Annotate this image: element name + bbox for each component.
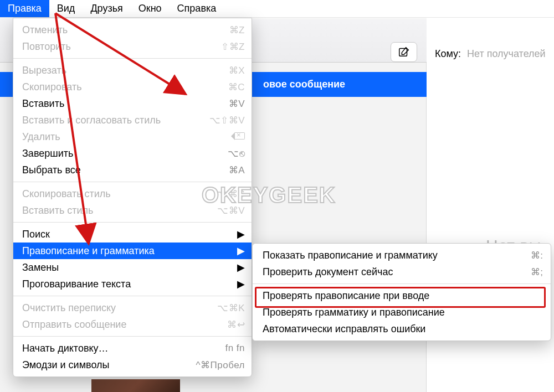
menu-item-label: Завершить xyxy=(22,148,222,159)
menu-shortcut: ⌘Z xyxy=(229,24,245,36)
menubar-item-edit[interactable]: Правка xyxy=(0,0,49,17)
compose-button[interactable] xyxy=(391,42,417,62)
menu-separator xyxy=(13,222,252,223)
recipients-field[interactable]: Кому: Нет получателей xyxy=(435,48,546,60)
compose-icon xyxy=(398,46,410,58)
menu-shortcut: ⌥⌘C xyxy=(217,188,245,200)
menu-item-label: Скопировать xyxy=(22,81,223,93)
submenu-item-label: Автоматически исправлять ошибки xyxy=(263,323,543,335)
menubar-item-view[interactable]: Вид xyxy=(49,0,83,17)
menu-shortcut: ⌘V xyxy=(229,98,245,110)
menu-separator xyxy=(13,336,252,337)
menu-shortcut: ^⌘Пробел xyxy=(196,359,245,371)
menu-separator xyxy=(13,296,252,296)
menu-separator xyxy=(13,182,252,182)
submenu-item[interactable]: Автоматически исправлять ошибки xyxy=(253,321,551,337)
menu-item-label: Выбрать все xyxy=(22,164,223,176)
menu-shortcut: ⌘↩ xyxy=(227,319,245,331)
menu-item-label: Повторить xyxy=(22,41,216,53)
menu-item-label: Вырезать xyxy=(22,65,223,76)
menu-item-label: Проговаривание текста xyxy=(22,278,232,290)
menu-shortcut: ⌥⇧⌘V xyxy=(209,115,245,126)
thumbnail-fragment xyxy=(91,379,180,392)
submenu-item[interactable]: Проверять грамматику и правописание xyxy=(253,304,551,321)
submenu-item[interactable]: Проверять правописание при вводе xyxy=(253,287,551,304)
menubar: Правка Вид Друзья Окно Справка xyxy=(0,0,554,18)
menu-item: Удалить xyxy=(13,128,252,145)
menu-item-label: Правописание и грамматика xyxy=(22,245,232,257)
edit-menu-dropdown: Отменить⌘ZПовторить⇧⌘ZВырезать⌘XСкопиров… xyxy=(13,18,252,377)
menu-shortcut: ⌥⌘V xyxy=(217,205,245,216)
menu-item: Вставить и согласовать стиль⌥⇧⌘V xyxy=(13,112,252,128)
menu-item-label: Удалить xyxy=(22,131,229,143)
submenu-item-label: Проверять правописание при вводе xyxy=(263,290,543,302)
menu-item: Вырезать⌘X xyxy=(13,62,252,79)
spelling-submenu: Показать правописание и грамматику⌘:Пров… xyxy=(252,243,551,341)
menu-item[interactable]: Вставить⌘V xyxy=(13,95,252,112)
menu-shortcut: ⌘; xyxy=(531,266,543,278)
menu-item: Очистить переписку⌥⌘K xyxy=(13,300,252,316)
submenu-item[interactable]: Показать правописание и грамматику⌘: xyxy=(253,247,551,264)
menu-item[interactable]: Правописание и грамматика▶ xyxy=(13,243,252,259)
menu-item[interactable]: Эмодзи и символы^⌘Пробел xyxy=(13,357,252,373)
menu-item: Повторить⇧⌘Z xyxy=(13,38,252,55)
menu-item: Скопировать⌘C xyxy=(13,79,252,95)
menu-separator xyxy=(13,58,252,59)
recipients-placeholder: Нет получателей xyxy=(467,48,546,59)
submenu-arrow-icon: ▶ xyxy=(237,228,245,240)
submenu-arrow-icon: ▶ xyxy=(237,261,245,274)
menu-separator xyxy=(253,283,551,284)
menu-item-label: Отменить xyxy=(22,24,224,36)
menu-item-label: Очистить переписку xyxy=(22,302,212,314)
menu-item-label: Вставить xyxy=(22,98,223,110)
menubar-item-help[interactable]: Справка xyxy=(170,0,224,17)
menu-shortcut: ⌘A xyxy=(229,164,245,176)
menu-item-label: Скопировать стиль xyxy=(22,188,211,200)
menu-item[interactable]: Начать диктовку…fn fn xyxy=(13,340,252,357)
submenu-item[interactable]: Проверить документ сейчас⌘; xyxy=(253,264,551,280)
menu-shortcut: ⌘: xyxy=(531,250,543,261)
menu-item-label: Поиск xyxy=(22,229,232,240)
menu-shortcut: ⌥⎋ xyxy=(228,148,245,159)
menubar-item-friends[interactable]: Друзья xyxy=(83,0,130,17)
menu-shortcut: ⌘X xyxy=(229,65,245,76)
menu-item[interactable]: Замены▶ xyxy=(13,259,252,276)
menu-item: Вставить стиль⌥⌘V xyxy=(13,202,252,219)
menu-item[interactable]: Проговаривание текста▶ xyxy=(13,276,252,292)
menubar-item-window[interactable]: Окно xyxy=(131,0,170,17)
menu-item-label: Замены xyxy=(22,262,232,274)
menu-shortcut: ⌥⌘K xyxy=(217,302,245,314)
submenu-item-label: Показать правописание и грамматику xyxy=(263,250,531,261)
menu-item-label: Вставить стиль xyxy=(22,205,212,216)
menu-item-label: Отправить сообщение xyxy=(22,319,222,331)
delete-icon xyxy=(235,131,245,142)
menu-item: Скопировать стиль⌥⌘C xyxy=(13,185,252,202)
menu-item[interactable]: Выбрать все⌘A xyxy=(13,162,252,178)
submenu-item-label: Проверить документ сейчас xyxy=(263,266,531,278)
menu-item-label: Вставить и согласовать стиль xyxy=(22,115,204,126)
submenu-arrow-icon: ▶ xyxy=(237,278,245,290)
menu-shortcut: ⇧⌘Z xyxy=(221,41,245,53)
menu-item-label: Эмодзи и символы xyxy=(22,359,191,371)
menu-item-label: Начать диктовку… xyxy=(22,343,219,354)
menu-shortcut: fn fn xyxy=(225,343,245,354)
menu-item: Отправить сообщение⌘↩ xyxy=(13,316,252,333)
menu-item[interactable]: Завершить⌥⎋ xyxy=(13,145,252,162)
menu-shortcut: ⌘C xyxy=(228,81,245,93)
menu-item[interactable]: Поиск▶ xyxy=(13,226,252,243)
menu-item: Отменить⌘Z xyxy=(13,22,252,38)
submenu-item-label: Проверять грамматику и правописание xyxy=(263,307,543,318)
recipients-label: Кому: xyxy=(435,48,461,59)
conversation-title: овое сообщение xyxy=(263,79,345,90)
submenu-arrow-icon: ▶ xyxy=(237,245,245,257)
